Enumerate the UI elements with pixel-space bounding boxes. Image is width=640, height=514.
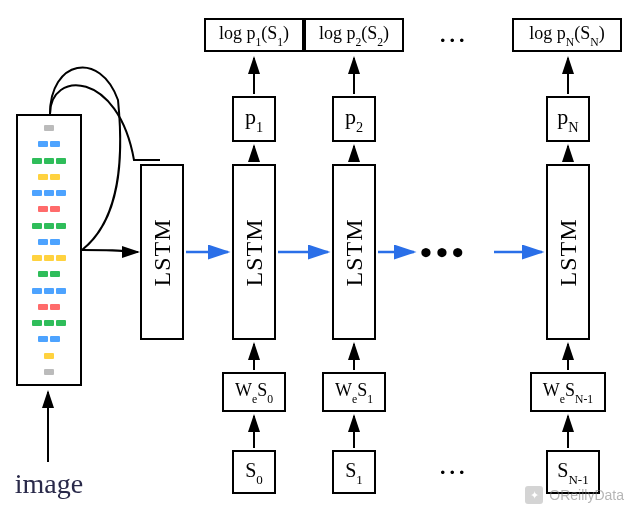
cnn-encoder-box: [16, 114, 82, 386]
lstm-label: LSTM: [241, 218, 268, 286]
image-input-label: image: [4, 468, 94, 500]
logp-text-1: log p1(S1): [219, 23, 289, 47]
we-text-0: WeS0: [235, 380, 273, 404]
arrows-layer: [0, 0, 640, 514]
logp-box-1: log p1(S1): [204, 18, 304, 52]
logp-box-2: log p2(S2): [304, 18, 404, 52]
watermark-text: OReillyData: [549, 487, 624, 503]
ellipsis-bottom: ...: [440, 454, 469, 480]
lstm-cell-1: LSTM: [232, 164, 276, 340]
logp-box-N: log pN(SN): [512, 18, 622, 52]
watermark: ✦ OReillyData: [525, 486, 624, 504]
p-text-2: p2: [345, 104, 363, 133]
p-box-2: p2: [332, 96, 376, 142]
p-text-1: p1: [245, 104, 263, 133]
s-text-Nm1: SN-1: [557, 459, 588, 486]
ellipsis-top: ...: [440, 22, 469, 48]
p-box-N: pN: [546, 96, 590, 142]
diagram-canvas: image LSTM log p1(S1) p1 LSTM WeS0 S0 lo…: [0, 0, 640, 514]
logp-text-N: log pN(SN): [529, 23, 604, 47]
wechat-icon: ✦: [525, 486, 543, 504]
we-box-0: WeS0: [222, 372, 286, 412]
lstm-label: LSTM: [555, 218, 582, 286]
s-text-0: S0: [245, 459, 263, 486]
logp-text-2: log p2(S2): [319, 23, 389, 47]
we-text-1: WeS1: [335, 380, 373, 404]
s-box-0: S0: [232, 450, 276, 494]
lstm-label: LSTM: [341, 218, 368, 286]
s-box-1: S1: [332, 450, 376, 494]
we-box-Nm1: WeSN-1: [530, 372, 606, 412]
lstm-cell-0: LSTM: [140, 164, 184, 340]
lstm-label: LSTM: [149, 218, 176, 286]
cnn-layers-graphic: [18, 116, 80, 384]
we-text-Nm1: WeSN-1: [543, 380, 593, 404]
p-text-N: pN: [557, 104, 578, 133]
s-text-1: S1: [345, 459, 363, 486]
lstm-cell-2: LSTM: [332, 164, 376, 340]
ellipsis-horizontal: •••: [420, 234, 468, 272]
p-box-1: p1: [232, 96, 276, 142]
we-box-1: WeS1: [322, 372, 386, 412]
lstm-cell-N: LSTM: [546, 164, 590, 340]
